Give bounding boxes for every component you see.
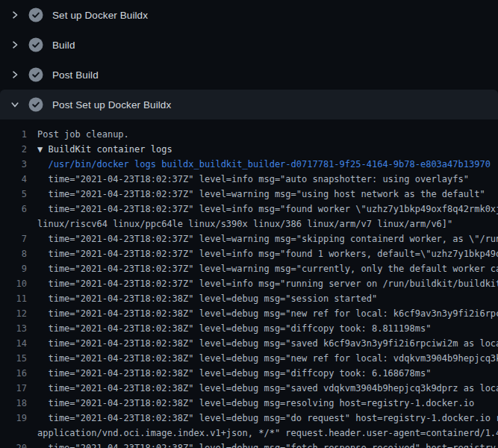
- log-row: 7 time="2021-04-23T18:02:37Z" level=warn…: [0, 231, 498, 246]
- log-row: 18 time="2021-04-23T18:02:38Z" level=deb…: [0, 396, 498, 411]
- log-line-number[interactable]: 15: [0, 351, 27, 366]
- log-row: 2 ▼ BuildKit container logs: [0, 142, 498, 157]
- log-row: 15 time="2021-04-23T18:02:38Z" level=deb…: [0, 351, 498, 366]
- step-success-check-icon: [28, 67, 43, 82]
- log-line-number[interactable]: 10: [0, 276, 27, 291]
- log-row: 12 time="2021-04-23T18:02:38Z" level=deb…: [0, 306, 498, 321]
- log-line-text: linux/riscv64 linux/ppc64le linux/s390x …: [37, 217, 452, 231]
- log-line-number[interactable]: [0, 426, 27, 441]
- log-line-number[interactable]: 4: [0, 172, 27, 187]
- step-label: Build: [52, 40, 75, 51]
- log-line-text: time="2021-04-23T18:02:38Z" level=debug …: [37, 306, 498, 321]
- log-line-text: time="2021-04-23T18:02:38Z" level=debug …: [37, 396, 474, 411]
- log-line-text: time="2021-04-23T18:02:38Z" level=debug …: [37, 366, 431, 381]
- step-row[interactable]: Post Set up Docker Buildx: [0, 90, 498, 119]
- log-row: 9 time="2021-04-23T18:02:37Z" level=warn…: [0, 261, 498, 276]
- log-line-number[interactable]: 17: [0, 381, 27, 396]
- log-line-text: time="2021-04-23T18:02:38Z" level=debug …: [37, 336, 498, 351]
- log-line-number[interactable]: 3: [0, 157, 27, 172]
- log-row: 20 time="2021-04-23T18:02:38Z" level=deb…: [0, 441, 498, 448]
- log-line-number[interactable]: 7: [0, 231, 27, 246]
- log-line-text: time="2021-04-23T18:02:37Z" level=warnin…: [37, 261, 498, 276]
- log-line-number[interactable]: 12: [0, 306, 27, 321]
- step-row[interactable]: Post Build: [0, 60, 498, 90]
- log-row: 13 time="2021-04-23T18:02:38Z" level=deb…: [0, 321, 498, 336]
- chevron-down-icon: [9, 99, 21, 111]
- step-success-check-icon: [28, 37, 43, 52]
- step-row[interactable]: Set up Docker Buildx: [0, 0, 498, 30]
- log-line-number[interactable]: 16: [0, 366, 27, 381]
- step-success-check-icon: [28, 97, 43, 112]
- log-line-number[interactable]: 11: [0, 291, 27, 306]
- log-line-number[interactable]: 9: [0, 261, 27, 276]
- log-line-text: ▼ BuildKit container logs: [37, 142, 172, 157]
- step-success-check-icon: [28, 7, 43, 22]
- log-line-number[interactable]: 2: [0, 142, 27, 157]
- step-row[interactable]: Build: [0, 30, 498, 60]
- steps-list: Set up Docker Buildx Build Post Buil: [0, 0, 498, 119]
- log-row: 8 time="2021-04-23T18:02:37Z" level=info…: [0, 246, 498, 261]
- log-row: 4 time="2021-04-23T18:02:37Z" level=info…: [0, 172, 498, 187]
- chevron-right-icon: [9, 39, 21, 51]
- log-row: application/vnd.oci.image.index.v1+json,…: [0, 426, 498, 441]
- log-line-text: time="2021-04-23T18:02:38Z" level=debug …: [37, 321, 431, 336]
- log-row: 14 time="2021-04-23T18:02:38Z" level=deb…: [0, 336, 498, 351]
- log-line-text: time="2021-04-23T18:02:37Z" level=info m…: [37, 276, 498, 291]
- log-line-text: time="2021-04-23T18:02:38Z" level=debug …: [37, 381, 498, 396]
- step-label: Post Build: [52, 69, 99, 81]
- log-line-text: time="2021-04-23T18:02:38Z" level=debug …: [37, 291, 377, 306]
- log-line-number[interactable]: 19: [0, 411, 27, 426]
- log-row: 6 time="2021-04-23T18:02:37Z" level=info…: [0, 202, 498, 217]
- chevron-right-icon: [9, 69, 21, 81]
- log-line-number[interactable]: 20: [0, 441, 27, 448]
- log-line-text: time="2021-04-23T18:02:38Z" level=debug …: [37, 351, 498, 366]
- log-line-text: time="2021-04-23T18:02:37Z" level=info m…: [37, 202, 498, 217]
- log-line-text: time="2021-04-23T18:02:37Z" level=info m…: [37, 246, 498, 261]
- log-row: linux/riscv64 linux/ppc64le linux/s390x …: [0, 217, 498, 231]
- log-line-number[interactable]: 8: [0, 246, 27, 261]
- log-line-text: Post job cleanup.: [37, 127, 129, 142]
- log-line-number[interactable]: 13: [0, 321, 27, 336]
- log-row: 1 Post job cleanup.: [0, 127, 498, 142]
- log-line-text: time="2021-04-23T18:02:37Z" level=warnin…: [37, 231, 498, 246]
- log-line-number[interactable]: 18: [0, 396, 27, 411]
- log-line-text: application/vnd.oci.image.index.v1+json,…: [37, 426, 498, 441]
- log-row: 11 time="2021-04-23T18:02:38Z" level=deb…: [0, 291, 498, 306]
- log-line-text: time="2021-04-23T18:02:38Z" level=debug …: [37, 441, 498, 448]
- log-row: 17 time="2021-04-23T18:02:38Z" level=deb…: [0, 381, 498, 396]
- log-line-text: time="2021-04-23T18:02:38Z" level=debug …: [37, 411, 498, 426]
- log-row: 10 time="2021-04-23T18:02:37Z" level=inf…: [0, 276, 498, 291]
- log-viewer: 1 Post job cleanup. 2 ▼ BuildKit contain…: [0, 119, 498, 448]
- log-line-text: time="2021-04-23T18:02:37Z" level=info m…: [37, 172, 469, 187]
- log-line-text: time="2021-04-23T18:02:37Z" level=warnin…: [37, 187, 485, 202]
- chevron-right-icon: [9, 9, 21, 21]
- log-row: 16 time="2021-04-23T18:02:38Z" level=deb…: [0, 366, 498, 381]
- log-line-text: /usr/bin/docker logs buildx_buildkit_bui…: [37, 157, 491, 172]
- log-row: 5 time="2021-04-23T18:02:37Z" level=warn…: [0, 187, 498, 202]
- step-label: Set up Docker Buildx: [52, 10, 148, 21]
- log-line-number[interactable]: 5: [0, 187, 27, 202]
- log-line-number[interactable]: 14: [0, 336, 27, 351]
- step-label: Post Set up Docker Buildx: [52, 99, 171, 111]
- log-row: 3 /usr/bin/docker logs buildx_buildkit_b…: [0, 157, 498, 172]
- log-line-number[interactable]: 1: [0, 127, 27, 142]
- log-row: 19 time="2021-04-23T18:02:38Z" level=deb…: [0, 411, 498, 426]
- log-line-number[interactable]: [0, 217, 27, 231]
- log-line-number[interactable]: 6: [0, 202, 27, 217]
